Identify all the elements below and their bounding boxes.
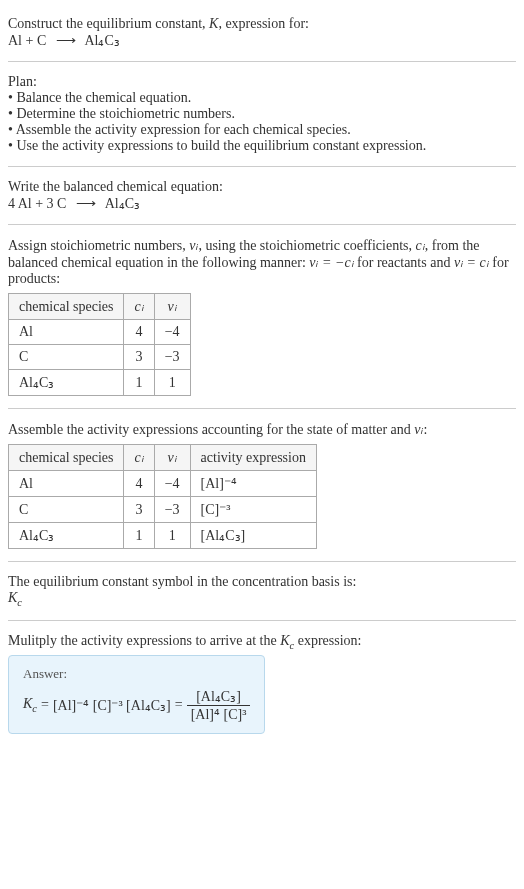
cell-c: 4 [124,471,154,497]
unbalanced-equation: Al + C ⟶ Al₄C₃ [8,32,516,49]
products: Al₄C₃ [84,33,119,48]
cell-nu: −3 [154,345,190,370]
text: Mulitply the activity expressions to arr… [8,633,280,648]
kc-var: Kc [23,696,37,714]
stoich-text: Assign stoichiometric numbers, νᵢ, using… [8,237,516,287]
multiply-text: Mulitply the activity expressions to arr… [8,633,516,651]
cell-species: Al [9,471,124,497]
reactants: Al + C [8,33,46,48]
fraction: [Al₄C₃] [Al]⁴ [C]³ [187,688,251,723]
cell-nu: −4 [154,320,190,345]
balanced-equation: 4 Al + 3 C ⟶ Al₄C₃ [8,195,516,212]
text: : [424,422,428,437]
cell-nu: 1 [154,370,190,396]
activity-table: chemical species cᵢ νᵢ activity expressi… [8,444,317,549]
answer-label: Answer: [23,666,250,682]
col-ci: cᵢ [124,445,154,471]
cell-expr: [Al₄C₃] [190,523,316,549]
stoich-table: chemical species cᵢ νᵢ Al 4 −4 C 3 −3 Al… [8,293,191,396]
denominator: [Al]⁴ [C]³ [187,706,251,723]
plan-item: • Use the activity expressions to build … [8,138,516,154]
cell-species: C [9,497,124,523]
table-row: C 3 −3 [9,345,191,370]
cell-nu: −3 [154,497,190,523]
col-expr: activity expression [190,445,316,471]
cell-species: C [9,345,124,370]
header-section: Construct the equilibrium constant, K, e… [8,8,516,57]
multiply-section: Mulitply the activity expressions to arr… [8,625,516,742]
cell-nu: 1 [154,523,190,549]
table-row: Al 4 −4 [Al]⁻⁴ [9,471,317,497]
divider [8,620,516,621]
symbol-text: The equilibrium constant symbol in the c… [8,574,516,590]
cell-nu: −4 [154,471,190,497]
title-prefix: Construct the equilibrium constant, [8,16,209,31]
col-species: chemical species [9,294,124,320]
plan-heading: Plan: [8,74,516,90]
title-line: Construct the equilibrium constant, K, e… [8,16,516,32]
text: expression: [294,633,361,648]
activity-text: Assemble the activity expressions accoun… [8,421,516,438]
kc-equation: Kc = [Al]⁻⁴ [C]⁻³ [Al₄C₃] = [Al₄C₃] [Al]… [23,688,250,723]
plan-item: • Assemble the activity expression for e… [8,122,516,138]
nu-var: νᵢ [414,422,423,437]
cell-c: 1 [124,370,154,396]
plan-item: • Determine the stoichiometric numbers. [8,106,516,122]
plan-section: Plan: • Balance the chemical equation. •… [8,66,516,162]
kc-symbol: Kc [8,590,516,608]
table-row: Al₄C₃ 1 1 [Al₄C₃] [9,523,317,549]
title-suffix: , expression for: [218,16,309,31]
balanced-section: Write the balanced chemical equation: 4 … [8,171,516,220]
divider [8,561,516,562]
reaction-arrow-icon: ⟶ [56,32,76,49]
text: Assign stoichiometric numbers, [8,238,189,253]
text: , using the stoichiometric coefficients, [198,238,415,253]
cell-c: 3 [124,497,154,523]
divider [8,61,516,62]
formula: νᵢ = cᵢ [454,255,489,270]
table-row: Al 4 −4 [9,320,191,345]
col-nu: νᵢ [154,294,190,320]
lhs-expr: [Al]⁻⁴ [C]⁻³ [Al₄C₃] [53,697,171,714]
cell-c: 4 [124,320,154,345]
activity-section: Assemble the activity expressions accoun… [8,413,516,557]
cell-expr: [C]⁻³ [190,497,316,523]
table-header-row: chemical species cᵢ νᵢ [9,294,191,320]
divider [8,166,516,167]
cell-species: Al [9,320,124,345]
products: Al₄C₃ [105,196,140,211]
table-row: Al₄C₃ 1 1 [9,370,191,396]
divider [8,408,516,409]
col-species: chemical species [9,445,124,471]
numerator: [Al₄C₃] [187,688,251,706]
answer-box: Answer: Kc = [Al]⁻⁴ [C]⁻³ [Al₄C₃] = [Al₄… [8,655,265,734]
plan-item: • Balance the chemical equation. [8,90,516,106]
col-nu: νᵢ [154,445,190,471]
equals: = [175,697,183,713]
symbol-section: The equilibrium constant symbol in the c… [8,566,516,616]
ci-var: cᵢ [416,238,425,253]
cell-species: Al₄C₃ [9,523,124,549]
text: Assemble the activity expressions accoun… [8,422,414,437]
text: for reactants and [354,255,454,270]
cell-c: 3 [124,345,154,370]
cell-c: 1 [124,523,154,549]
equals: = [41,697,49,713]
formula: νᵢ = −cᵢ [309,255,353,270]
balanced-heading: Write the balanced chemical equation: [8,179,516,195]
table-row: C 3 −3 [C]⁻³ [9,497,317,523]
cell-expr: [Al]⁻⁴ [190,471,316,497]
table-header-row: chemical species cᵢ νᵢ activity expressi… [9,445,317,471]
reactants: 4 Al + 3 C [8,196,66,211]
cell-species: Al₄C₃ [9,370,124,396]
col-ci: cᵢ [124,294,154,320]
divider [8,224,516,225]
stoich-section: Assign stoichiometric numbers, νᵢ, using… [8,229,516,404]
reaction-arrow-icon: ⟶ [76,195,96,212]
title-var: K [209,16,218,31]
